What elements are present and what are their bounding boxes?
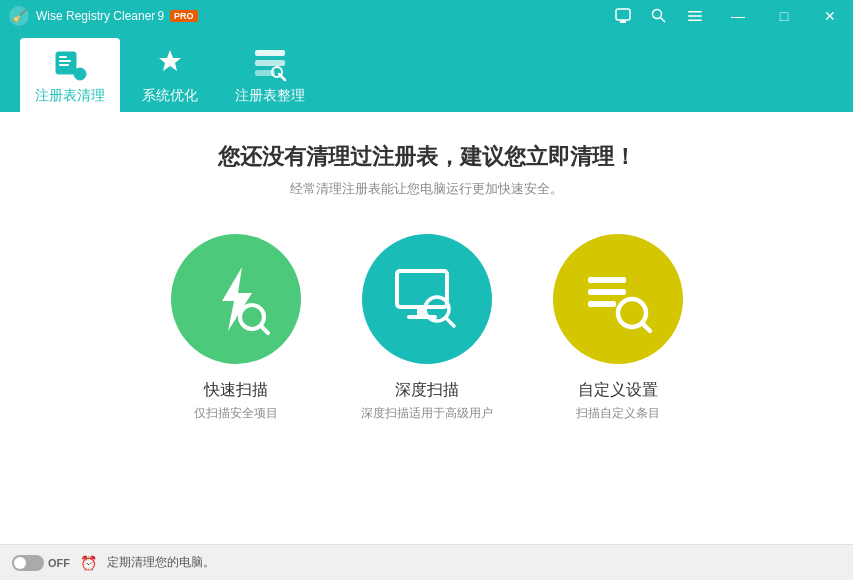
toggle-switch[interactable] xyxy=(12,555,44,571)
main-subheadline: 经常清理注册表能让您电脑运行更加快速安全。 xyxy=(290,180,563,198)
maximize-button[interactable]: □ xyxy=(761,0,807,32)
nav-label-registry-clean: 注册表清理 xyxy=(35,87,105,105)
svg-rect-15 xyxy=(255,50,285,56)
svg-rect-28 xyxy=(588,277,626,283)
main-content: 您还没有清理过注册表，建议您立即清理！ 经常清理注册表能让您电脑运行更加快速安全… xyxy=(0,112,853,544)
svg-rect-29 xyxy=(588,289,626,295)
svg-text:🧹: 🧹 xyxy=(12,8,28,23)
version-label: 9 xyxy=(157,9,164,23)
deep-scan-title: 深度扫描 xyxy=(395,380,459,401)
main-headline: 您还没有清理过注册表，建议您立即清理！ xyxy=(218,142,636,172)
title-bar: 🧹 Wise Registry Cleaner 9 PRO xyxy=(0,0,853,32)
svg-rect-23 xyxy=(397,271,447,307)
schedule-text: 定期清理您的电脑。 xyxy=(107,554,215,571)
svg-point-5 xyxy=(653,10,662,19)
svg-rect-12 xyxy=(59,60,71,62)
registry-clean-icon xyxy=(50,45,90,81)
bolt-search-icon xyxy=(200,263,272,335)
nav-label-registry-defrag: 注册表整理 xyxy=(235,87,305,105)
toggle-label: OFF xyxy=(48,557,70,569)
clock-icon: ⏰ xyxy=(80,555,97,571)
svg-rect-11 xyxy=(59,56,67,58)
list-search-icon xyxy=(582,263,654,335)
deep-scan-desc: 深度扫描适用于高级用户 xyxy=(361,405,493,422)
pro-badge: PRO xyxy=(170,10,198,22)
svg-rect-10 xyxy=(56,52,76,74)
app-logo-icon: 🧹 xyxy=(8,5,30,27)
status-bar: OFF ⏰ 定期清理您的电脑。 xyxy=(0,544,853,580)
close-button[interactable]: ✕ xyxy=(807,0,853,32)
svg-rect-7 xyxy=(688,11,702,13)
registry-defrag-icon xyxy=(250,45,290,81)
quick-scan-title: 快速扫描 xyxy=(204,380,268,401)
nav-item-registry-defrag[interactable]: 注册表整理 xyxy=(220,38,320,112)
nav-item-registry-clean[interactable]: 注册表清理 xyxy=(20,38,120,112)
nav-bar: 注册表清理 系统优化 注册表整理 xyxy=(0,32,853,112)
scan-options: 快速扫描 仅扫描安全项目 深度扫描 深度扫描适用于高级用户 xyxy=(171,234,683,422)
nav-label-system-optimize: 系统优化 xyxy=(142,87,198,105)
custom-scan-circle xyxy=(553,234,683,364)
menu-icon[interactable] xyxy=(677,0,713,32)
custom-scan-desc: 扫描自定义条目 xyxy=(576,405,660,422)
svg-line-22 xyxy=(261,326,268,333)
search-icon[interactable] xyxy=(641,0,677,32)
svg-marker-20 xyxy=(222,267,252,331)
app-title: Wise Registry Cleaner xyxy=(36,9,155,23)
svg-point-14 xyxy=(74,68,86,80)
svg-rect-3 xyxy=(620,21,626,23)
quick-scan-option[interactable]: 快速扫描 仅扫描安全项目 xyxy=(171,234,301,422)
svg-rect-13 xyxy=(59,64,69,66)
minimize-button[interactable]: — xyxy=(715,0,761,32)
svg-rect-2 xyxy=(616,9,630,20)
title-bar-icons xyxy=(605,0,713,32)
custom-scan-option[interactable]: 自定义设置 扫描自定义条目 xyxy=(553,234,683,422)
deep-scan-circle xyxy=(362,234,492,364)
feedback-icon[interactable] xyxy=(605,0,641,32)
svg-rect-30 xyxy=(588,301,616,307)
monitor-search-icon xyxy=(391,263,463,335)
deep-scan-option[interactable]: 深度扫描 深度扫描适用于高级用户 xyxy=(361,234,493,422)
svg-rect-8 xyxy=(688,15,702,17)
quick-scan-circle xyxy=(171,234,301,364)
svg-line-32 xyxy=(642,323,650,331)
svg-line-27 xyxy=(446,318,454,326)
svg-line-6 xyxy=(661,18,666,23)
quick-scan-desc: 仅扫描安全项目 xyxy=(194,405,278,422)
svg-rect-16 xyxy=(255,60,285,66)
custom-scan-title: 自定义设置 xyxy=(578,380,658,401)
title-bar-controls: — □ ✕ xyxy=(715,0,853,32)
nav-item-system-optimize[interactable]: 系统优化 xyxy=(120,38,220,112)
schedule-toggle[interactable]: OFF xyxy=(12,555,70,571)
system-optimize-icon xyxy=(150,45,190,81)
svg-rect-9 xyxy=(688,20,702,22)
